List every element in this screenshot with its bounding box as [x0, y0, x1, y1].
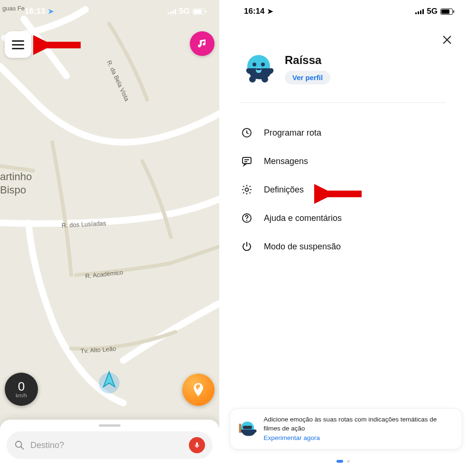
report-button[interactable] — [182, 374, 215, 406]
close-icon — [442, 35, 452, 45]
promo-link[interactable]: Experimentar agora — [264, 434, 454, 442]
city-label: Bispo — [0, 184, 26, 196]
svg-rect-27 — [248, 426, 251, 428]
microphone-icon — [193, 441, 201, 449]
menu-item-schedule-route[interactable]: Programar rota — [237, 119, 449, 147]
battery-icon — [193, 9, 205, 15]
search-icon — [14, 440, 25, 450]
gps-cursor-icon — [95, 367, 123, 395]
menu-item-sleep-mode[interactable]: Modo de suspensão — [237, 232, 449, 261]
status-bar: 16:14 ➤ 5G — [219, 0, 467, 23]
svg-rect-26 — [243, 426, 247, 428]
speed-unit: km/h — [16, 393, 27, 398]
annotation-arrow-icon — [33, 33, 85, 57]
music-icon — [196, 38, 208, 49]
promo-text-block: Adicione emoção às suas rotas com indica… — [264, 415, 454, 442]
signal-icon — [168, 9, 176, 14]
svg-point-20 — [245, 188, 249, 192]
profile-section: Raíssa Ver perfil — [242, 52, 444, 85]
username: Raíssa — [285, 54, 330, 67]
menu-label: Mensagens — [264, 156, 308, 166]
menu-item-help[interactable]: Ajuda e comentários — [237, 204, 449, 232]
message-icon — [240, 156, 253, 167]
signal-icon — [415, 9, 424, 14]
svg-point-11 — [261, 63, 265, 66]
page-indicator — [219, 460, 467, 463]
page-dot-active[interactable] — [336, 460, 343, 463]
promo-card[interactable]: Adicione emoção às suas rotas com indica… — [230, 408, 462, 449]
menu-screen: 16:14 ➤ 5G Raí — [219, 0, 467, 476]
svg-rect-5 — [196, 442, 198, 446]
promo-text: Adicione emoção às suas rotas com indica… — [264, 416, 437, 431]
network-label: 5G — [427, 7, 438, 16]
waze-cool-icon — [238, 418, 257, 440]
help-icon — [240, 212, 253, 224]
menu-label: Ajuda e comentários — [264, 213, 342, 223]
search-row[interactable] — [7, 431, 213, 459]
hamburger-icon — [12, 40, 24, 49]
avatar[interactable] — [242, 52, 275, 85]
gear-icon — [240, 184, 253, 195]
map-canvas[interactable]: guas Fe R. da Bela Vista artinho Bispo R… — [0, 0, 219, 476]
svg-point-10 — [252, 63, 256, 66]
location-indicator-icon: ➤ — [267, 7, 273, 16]
menu-button[interactable] — [5, 31, 31, 58]
status-time: 16:14 — [244, 7, 264, 16]
speed-value: 0 — [18, 380, 25, 393]
power-icon — [240, 241, 253, 252]
close-button[interactable] — [439, 31, 456, 48]
annotation-arrow-icon — [314, 183, 366, 205]
battery-icon — [440, 9, 453, 15]
svg-line-4 — [21, 447, 24, 449]
menu-label: Modo de suspensão — [264, 242, 341, 252]
search-panel — [0, 420, 219, 476]
city-label: artinho — [0, 171, 32, 183]
map-screen: guas Fe R. da Bela Vista artinho Bispo R… — [0, 0, 219, 476]
svg-point-15 — [262, 76, 268, 82]
drag-handle[interactable] — [99, 424, 121, 427]
menu-item-messages[interactable]: Mensagens — [237, 147, 449, 175]
menu-label: Definições — [264, 185, 304, 195]
network-label: 5G — [179, 7, 190, 16]
report-pin-icon — [190, 382, 206, 398]
svg-point-22 — [246, 220, 247, 221]
waze-avatar-icon — [242, 52, 275, 85]
clock-route-icon — [240, 127, 253, 138]
svg-rect-13 — [256, 68, 261, 70]
svg-point-14 — [249, 76, 256, 82]
status-time: 16:13 — [25, 7, 45, 16]
music-button[interactable] — [190, 31, 215, 56]
svg-rect-17 — [243, 157, 251, 164]
divider — [240, 102, 446, 103]
speed-indicator[interactable]: 0 km/h — [5, 373, 38, 406]
status-bar: 16:13 ➤ 5G — [0, 0, 219, 23]
menu-label: Programar rota — [264, 128, 321, 138]
view-profile-button[interactable]: Ver perfil — [285, 71, 330, 84]
voice-search-button[interactable] — [189, 437, 205, 453]
destination-input[interactable] — [30, 440, 183, 450]
page-dot[interactable] — [347, 460, 350, 463]
location-indicator-icon: ➤ — [48, 7, 54, 16]
svg-rect-28 — [239, 423, 241, 432]
